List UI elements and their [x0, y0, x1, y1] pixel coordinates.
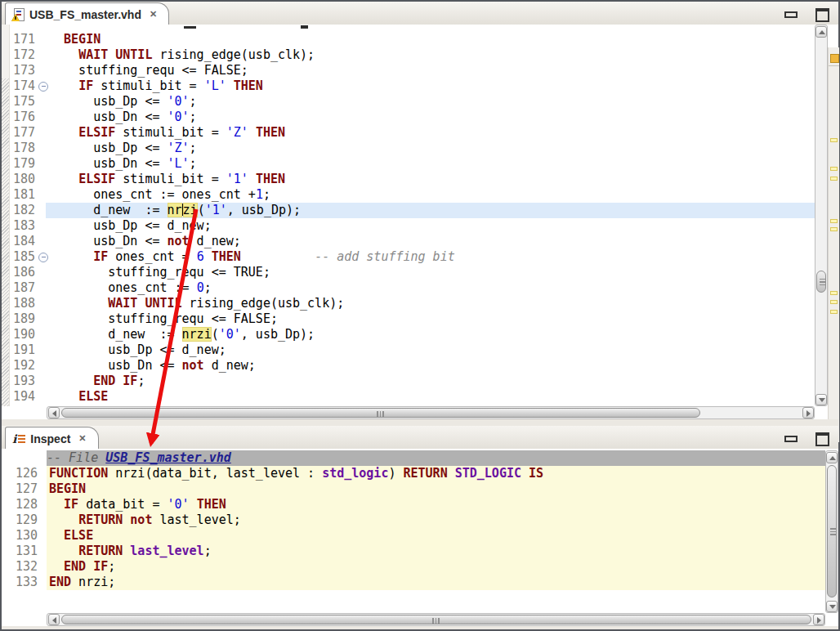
line-number-label: 127 [7, 481, 38, 497]
code-line[interactable]: BEGIN [47, 481, 825, 497]
horizontal-scroll-thumb[interactable] [61, 408, 700, 418]
thumb-grip [377, 411, 385, 418]
line-number-ruler: 1711721731741751761771781791801811821831… [2, 32, 47, 405]
line-number-label: 130 [7, 528, 38, 544]
code-line[interactable]: ELSIF stimuli_bit = '1' THEN [46, 172, 815, 187]
line-number: 193 [2, 374, 47, 389]
code-line[interactable]: ones_cnt := ones_cnt +1; [46, 187, 815, 203]
code-line[interactable]: END IF; [46, 374, 815, 389]
code-line[interactable]: d_new := nrzi('1', usb_Dp); [46, 203, 815, 218]
scroll-down-button[interactable] [826, 601, 838, 612]
code-line[interactable]: IF ones_cnt = 6 THEN -- add stuffing bit [46, 249, 815, 265]
close-icon[interactable]: ✕ [78, 433, 86, 444]
code-line[interactable]: usb_Dn <= 'L'; [46, 156, 815, 172]
scroll-up-button[interactable] [815, 26, 827, 38]
code-line[interactable]: ones_cnt := 0; [46, 280, 815, 296]
occurrence-marker[interactable] [830, 138, 838, 142]
code-line[interactable]: usb_Dp <= 'Z'; [46, 141, 815, 156]
occurrence-marker[interactable] [830, 310, 838, 314]
scroll-left-button[interactable] [48, 614, 60, 625]
maximize-icon[interactable] [815, 8, 829, 22]
vertical-scrollbar[interactable] [815, 25, 828, 406]
horizontal-scrollbar[interactable] [47, 406, 815, 419]
code-line[interactable]: usb_Dp <= d_new; [46, 218, 815, 234]
scroll-right-button[interactable] [802, 407, 814, 418]
inspect-vertical-scrollbar[interactable] [825, 450, 838, 613]
thumb-grip [432, 618, 440, 624]
code-line[interactable]: d_new := nrzi('0', usb_Dp); [46, 327, 815, 342]
line-number: 178 [2, 141, 47, 156]
occurrence-marker[interactable] [830, 167, 838, 171]
inspect-tab[interactable]: i Inspect ✕ [5, 427, 99, 450]
vhdl-file-warning-icon [12, 8, 25, 21]
scroll-up-button[interactable] [826, 452, 838, 463]
code-line[interactable]: END nrzi; [47, 575, 825, 590]
occurrence-marker[interactable] [830, 177, 838, 181]
line-number: 126 [2, 466, 42, 481]
inspect-horizontal-scrollbar[interactable] [47, 613, 825, 626]
inspect-tab-title: Inspect [30, 432, 70, 445]
line-number-label: 179 [10, 156, 35, 172]
occurrence-marker[interactable] [830, 291, 838, 295]
line-number-label: 171 [10, 32, 35, 47]
occurrence-marker[interactable] [830, 227, 838, 231]
line-number: 132 [2, 559, 42, 575]
file-link[interactable]: USB_FS_master.vhd [105, 450, 231, 465]
code-line[interactable]: usb_Dn <= '0'; [46, 110, 815, 125]
line-number: 189 [2, 311, 47, 327]
line-number-label: 174 [10, 78, 35, 94]
code-line[interactable]: ELSIF stimuli_bit = 'Z' THEN [46, 125, 815, 141]
scroll-left-button[interactable] [48, 407, 60, 418]
code-line[interactable]: WAIT UNTIL rising_edge(usb_clk); [46, 296, 815, 311]
vertical-scroll-thumb[interactable] [816, 271, 826, 293]
occurrence-marker[interactable] [830, 219, 838, 223]
line-number: 185 [2, 249, 47, 265]
occurrence-marker[interactable] [830, 300, 838, 304]
editor-tab[interactable]: USB_FS_master.vhd ✕ [5, 2, 169, 25]
code-line[interactable]: RETURN not last_level; [47, 512, 825, 528]
line-number-label: 126 [7, 466, 38, 481]
line-number-label: 132 [7, 559, 38, 575]
scroll-right-button[interactable] [813, 614, 824, 625]
left-arrow-icon [52, 617, 56, 624]
scroll-down-button[interactable] [815, 394, 827, 405]
file-comment-prefix: -- File [47, 450, 105, 465]
inspect-vertical-scroll-thumb[interactable] [827, 465, 837, 597]
code-line[interactable]: ELSE [47, 528, 825, 544]
code-line[interactable]: usb_Dp <= d_new; [46, 342, 815, 358]
maximize-icon[interactable] [815, 432, 829, 446]
overview-ruler[interactable] [828, 47, 839, 442]
code-line[interactable]: stuffing_requ <= FALSE; [46, 63, 815, 78]
line-number: 181 [2, 187, 47, 203]
code-area[interactable]: BEGIN WAIT UNTIL rising_edge(usb_clk); s… [46, 32, 815, 405]
line-number-label: 183 [10, 218, 35, 234]
minimize-icon[interactable] [784, 436, 798, 442]
code-line[interactable]: ELSE [46, 389, 815, 405]
thumb-grip [830, 528, 837, 535]
close-icon[interactable]: ✕ [150, 9, 157, 20]
inspect-horizontal-scroll-thumb[interactable] [61, 615, 811, 624]
overview-status-square[interactable] [830, 54, 839, 63]
code-line[interactable]: IF data_bit = '0' THEN [47, 497, 825, 512]
code-line[interactable]: usb_Dn <= not d_new; [46, 234, 815, 249]
code-line[interactable]: FUNCTION nrzi(data_bit, last_level : std… [47, 466, 825, 481]
code-line[interactable]: stuffing_requ <= TRUE; [46, 265, 815, 280]
panel-sash[interactable] [2, 419, 838, 426]
code-line[interactable]: END IF; [47, 559, 825, 575]
code-editor: 1711721731741751761771781791801811821831… [2, 25, 838, 419]
code-line[interactable]: stuffing_requ <= FALSE; [46, 311, 815, 327]
code-line[interactable]: WAIT UNTIL rising_edge(usb_clk); [46, 47, 815, 63]
code-line[interactable]: usb_Dp <= '0'; [46, 94, 815, 110]
line-number: 131 [2, 544, 42, 559]
inspect-tabbar: i Inspect ✕ [2, 426, 838, 450]
up-arrow-icon [819, 30, 825, 34]
minimize-icon[interactable] [784, 11, 798, 18]
code-line[interactable]: usb_Dn <= not d_new; [46, 358, 815, 374]
code-line[interactable]: IF stimuli_bit = 'L' THEN [46, 78, 815, 94]
code-line[interactable]: RETURN last_level; [47, 544, 825, 559]
ide-window: USB_FS_master.vhd ✕ 17117217317417517617… [0, 0, 840, 631]
clipped-text-remnant [301, 25, 308, 29]
code-line[interactable]: BEGIN [46, 32, 815, 47]
line-number-label: 185 [10, 249, 35, 265]
inspect-code-area[interactable]: FUNCTION nrzi(data_bit, last_level : std… [47, 466, 825, 590]
